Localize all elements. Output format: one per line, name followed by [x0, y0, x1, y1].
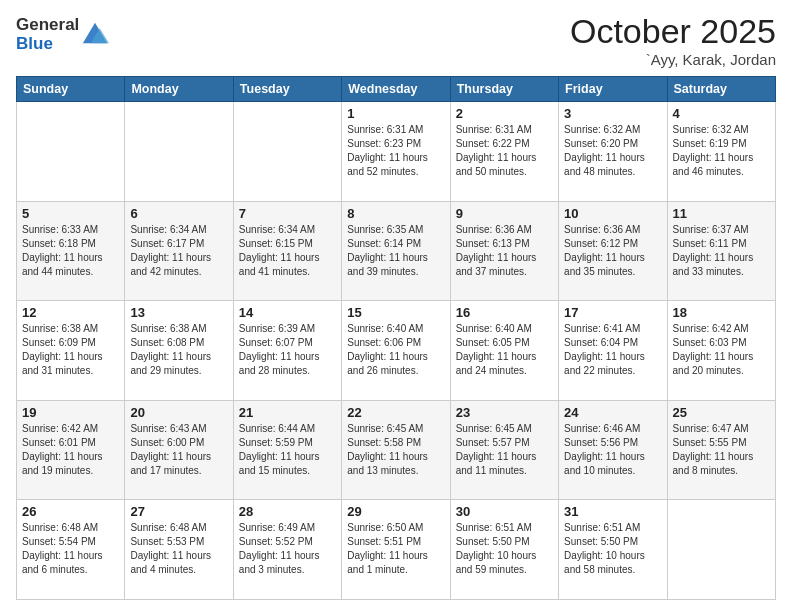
day-info: Sunrise: 6:49 AMSunset: 5:52 PMDaylight:… — [239, 521, 336, 577]
day-number: 23 — [456, 405, 553, 420]
day-info: Sunrise: 6:36 AMSunset: 6:13 PMDaylight:… — [456, 223, 553, 279]
calendar-cell: 6Sunrise: 6:34 AMSunset: 6:17 PMDaylight… — [125, 201, 233, 301]
day-info: Sunrise: 6:42 AMSunset: 6:03 PMDaylight:… — [673, 322, 770, 378]
calendar-cell: 14Sunrise: 6:39 AMSunset: 6:07 PMDayligh… — [233, 301, 341, 401]
day-number: 16 — [456, 305, 553, 320]
month-title: October 2025 — [570, 12, 776, 51]
day-number: 12 — [22, 305, 119, 320]
col-header-saturday: Saturday — [667, 77, 775, 102]
day-info: Sunrise: 6:33 AMSunset: 6:18 PMDaylight:… — [22, 223, 119, 279]
day-number: 21 — [239, 405, 336, 420]
day-number: 31 — [564, 504, 661, 519]
calendar-cell: 12Sunrise: 6:38 AMSunset: 6:09 PMDayligh… — [17, 301, 125, 401]
col-header-tuesday: Tuesday — [233, 77, 341, 102]
day-number: 1 — [347, 106, 444, 121]
day-info: Sunrise: 6:31 AMSunset: 6:22 PMDaylight:… — [456, 123, 553, 179]
col-header-thursday: Thursday — [450, 77, 558, 102]
day-info: Sunrise: 6:40 AMSunset: 6:05 PMDaylight:… — [456, 322, 553, 378]
calendar-cell: 29Sunrise: 6:50 AMSunset: 5:51 PMDayligh… — [342, 500, 450, 600]
day-info: Sunrise: 6:37 AMSunset: 6:11 PMDaylight:… — [673, 223, 770, 279]
calendar-cell: 28Sunrise: 6:49 AMSunset: 5:52 PMDayligh… — [233, 500, 341, 600]
day-number: 22 — [347, 405, 444, 420]
day-number: 15 — [347, 305, 444, 320]
day-info: Sunrise: 6:36 AMSunset: 6:12 PMDaylight:… — [564, 223, 661, 279]
day-number: 14 — [239, 305, 336, 320]
day-number: 7 — [239, 206, 336, 221]
title-block: October 2025 `Ayy, Karak, Jordan — [570, 12, 776, 68]
calendar-cell: 5Sunrise: 6:33 AMSunset: 6:18 PMDaylight… — [17, 201, 125, 301]
day-info: Sunrise: 6:48 AMSunset: 5:54 PMDaylight:… — [22, 521, 119, 577]
calendar-cell — [17, 102, 125, 202]
calendar-cell: 19Sunrise: 6:42 AMSunset: 6:01 PMDayligh… — [17, 400, 125, 500]
calendar-cell: 17Sunrise: 6:41 AMSunset: 6:04 PMDayligh… — [559, 301, 667, 401]
day-info: Sunrise: 6:38 AMSunset: 6:08 PMDaylight:… — [130, 322, 227, 378]
calendar-cell: 25Sunrise: 6:47 AMSunset: 5:55 PMDayligh… — [667, 400, 775, 500]
calendar-cell: 30Sunrise: 6:51 AMSunset: 5:50 PMDayligh… — [450, 500, 558, 600]
day-number: 13 — [130, 305, 227, 320]
day-number: 26 — [22, 504, 119, 519]
calendar-cell: 1Sunrise: 6:31 AMSunset: 6:23 PMDaylight… — [342, 102, 450, 202]
calendar-table: SundayMondayTuesdayWednesdayThursdayFrid… — [16, 76, 776, 600]
day-info: Sunrise: 6:39 AMSunset: 6:07 PMDaylight:… — [239, 322, 336, 378]
day-info: Sunrise: 6:50 AMSunset: 5:51 PMDaylight:… — [347, 521, 444, 577]
calendar-cell: 4Sunrise: 6:32 AMSunset: 6:19 PMDaylight… — [667, 102, 775, 202]
day-info: Sunrise: 6:41 AMSunset: 6:04 PMDaylight:… — [564, 322, 661, 378]
day-number: 2 — [456, 106, 553, 121]
day-info: Sunrise: 6:32 AMSunset: 6:19 PMDaylight:… — [673, 123, 770, 179]
day-number: 20 — [130, 405, 227, 420]
day-number: 30 — [456, 504, 553, 519]
calendar-cell: 16Sunrise: 6:40 AMSunset: 6:05 PMDayligh… — [450, 301, 558, 401]
calendar-cell: 11Sunrise: 6:37 AMSunset: 6:11 PMDayligh… — [667, 201, 775, 301]
calendar-cell: 18Sunrise: 6:42 AMSunset: 6:03 PMDayligh… — [667, 301, 775, 401]
day-info: Sunrise: 6:34 AMSunset: 6:15 PMDaylight:… — [239, 223, 336, 279]
day-number: 6 — [130, 206, 227, 221]
day-info: Sunrise: 6:38 AMSunset: 6:09 PMDaylight:… — [22, 322, 119, 378]
day-info: Sunrise: 6:51 AMSunset: 5:50 PMDaylight:… — [564, 521, 661, 577]
col-header-wednesday: Wednesday — [342, 77, 450, 102]
calendar-cell: 3Sunrise: 6:32 AMSunset: 6:20 PMDaylight… — [559, 102, 667, 202]
day-info: Sunrise: 6:47 AMSunset: 5:55 PMDaylight:… — [673, 422, 770, 478]
day-number: 29 — [347, 504, 444, 519]
day-number: 8 — [347, 206, 444, 221]
day-info: Sunrise: 6:32 AMSunset: 6:20 PMDaylight:… — [564, 123, 661, 179]
calendar-cell: 27Sunrise: 6:48 AMSunset: 5:53 PMDayligh… — [125, 500, 233, 600]
day-info: Sunrise: 6:45 AMSunset: 5:58 PMDaylight:… — [347, 422, 444, 478]
day-number: 5 — [22, 206, 119, 221]
calendar-cell — [667, 500, 775, 600]
day-number: 4 — [673, 106, 770, 121]
page: General Blue October 2025 `Ayy, Karak, J… — [0, 0, 792, 612]
day-number: 17 — [564, 305, 661, 320]
day-number: 18 — [673, 305, 770, 320]
calendar-cell: 31Sunrise: 6:51 AMSunset: 5:50 PMDayligh… — [559, 500, 667, 600]
logo-blue: Blue — [16, 35, 79, 54]
calendar-cell: 8Sunrise: 6:35 AMSunset: 6:14 PMDaylight… — [342, 201, 450, 301]
day-number: 28 — [239, 504, 336, 519]
calendar-cell: 9Sunrise: 6:36 AMSunset: 6:13 PMDaylight… — [450, 201, 558, 301]
col-header-sunday: Sunday — [17, 77, 125, 102]
logo-general: General — [16, 16, 79, 35]
day-number: 19 — [22, 405, 119, 420]
day-number: 24 — [564, 405, 661, 420]
calendar-cell: 2Sunrise: 6:31 AMSunset: 6:22 PMDaylight… — [450, 102, 558, 202]
logo: General Blue — [16, 16, 109, 53]
day-number: 9 — [456, 206, 553, 221]
calendar-cell — [125, 102, 233, 202]
calendar-cell — [233, 102, 341, 202]
calendar-cell: 7Sunrise: 6:34 AMSunset: 6:15 PMDaylight… — [233, 201, 341, 301]
day-info: Sunrise: 6:43 AMSunset: 6:00 PMDaylight:… — [130, 422, 227, 478]
calendar-cell: 24Sunrise: 6:46 AMSunset: 5:56 PMDayligh… — [559, 400, 667, 500]
day-number: 27 — [130, 504, 227, 519]
day-info: Sunrise: 6:44 AMSunset: 5:59 PMDaylight:… — [239, 422, 336, 478]
day-info: Sunrise: 6:46 AMSunset: 5:56 PMDaylight:… — [564, 422, 661, 478]
day-number: 3 — [564, 106, 661, 121]
calendar-cell: 20Sunrise: 6:43 AMSunset: 6:00 PMDayligh… — [125, 400, 233, 500]
day-number: 25 — [673, 405, 770, 420]
day-number: 11 — [673, 206, 770, 221]
day-info: Sunrise: 6:35 AMSunset: 6:14 PMDaylight:… — [347, 223, 444, 279]
col-header-friday: Friday — [559, 77, 667, 102]
day-info: Sunrise: 6:42 AMSunset: 6:01 PMDaylight:… — [22, 422, 119, 478]
day-info: Sunrise: 6:51 AMSunset: 5:50 PMDaylight:… — [456, 521, 553, 577]
calendar-cell: 22Sunrise: 6:45 AMSunset: 5:58 PMDayligh… — [342, 400, 450, 500]
day-info: Sunrise: 6:45 AMSunset: 5:57 PMDaylight:… — [456, 422, 553, 478]
day-info: Sunrise: 6:48 AMSunset: 5:53 PMDaylight:… — [130, 521, 227, 577]
